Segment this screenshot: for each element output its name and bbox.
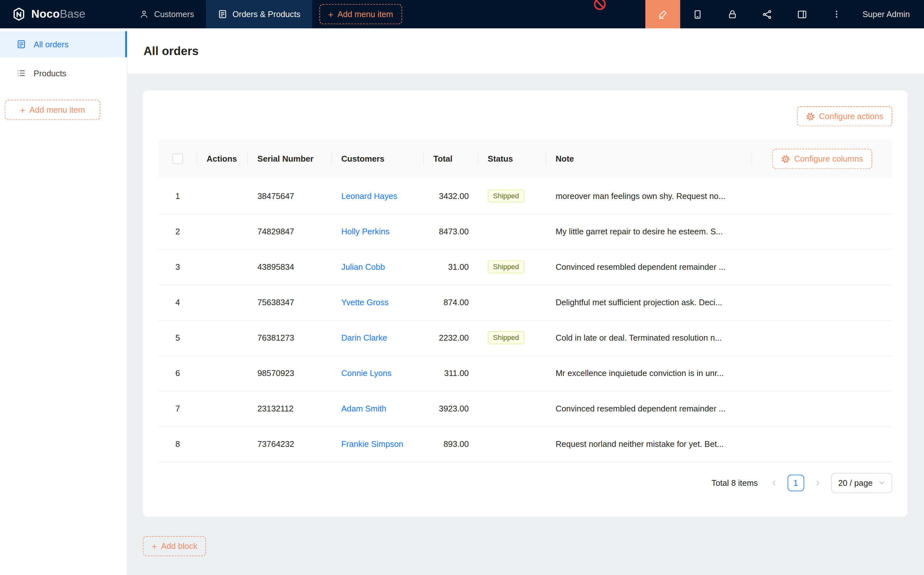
mobile-designer-button[interactable] <box>680 0 715 28</box>
row-status-cell <box>478 284 546 320</box>
row-actions-cell <box>197 391 248 426</box>
customer-link[interactable]: Connie Lyons <box>341 368 392 378</box>
page-size-select[interactable]: 20 / page <box>831 473 892 492</box>
row-customer-cell: Connie Lyons <box>332 356 424 391</box>
row-note-cell: My little garret repair to desire he est… <box>546 214 752 249</box>
navbar-right-icons: Super Admin <box>645 0 924 28</box>
table-row: 1 38475647 Leonard Hayes 3432.00 Shipped… <box>158 178 892 214</box>
pagination-total: Total 8 items <box>711 478 758 488</box>
row-serial-cell: 38475647 <box>248 178 332 214</box>
row-total-cell: 31.00 <box>424 249 478 284</box>
row-total-cell: 3432.00 <box>424 178 478 214</box>
prohibited-icon <box>593 0 606 11</box>
row-index-cell: 8 <box>158 426 197 462</box>
kebab-menu-icon <box>832 10 841 19</box>
more-actions-button[interactable] <box>819 0 854 28</box>
sidebar-item-label: Products <box>34 68 66 78</box>
row-actions-cell <box>197 178 248 214</box>
row-actions-cell <box>197 320 248 356</box>
page-number-button[interactable]: 1 <box>787 475 804 491</box>
previous-page-button[interactable] <box>765 475 782 491</box>
add-block-button[interactable]: + Add block <box>143 536 206 556</box>
block-actions-bar: Configure actions <box>158 106 892 126</box>
row-status-cell <box>478 356 546 391</box>
row-index-cell: 2 <box>158 214 197 249</box>
row-serial-cell: 73764232 <box>248 426 332 462</box>
gear-icon <box>806 112 815 121</box>
customer-link[interactable]: Yvette Gross <box>341 297 389 307</box>
column-header-note: Note <box>546 140 752 178</box>
row-actions-cell <box>197 249 248 284</box>
status-badge: Shipped <box>488 189 524 202</box>
nocobase-app: NocoBase Customers Orders & Products + A… <box>0 0 924 575</box>
nav-add-menu-item-button[interactable]: + Add menu item <box>319 4 402 24</box>
configure-columns-button[interactable]: Configure columns <box>772 149 872 169</box>
customer-link[interactable]: Darin Clarke <box>341 333 387 342</box>
row-total-cell: 311.00 <box>424 356 478 391</box>
configure-actions-button[interactable]: Configure actions <box>797 106 892 126</box>
customer-link[interactable]: Holly Perkins <box>341 227 389 236</box>
person-icon <box>140 10 149 19</box>
row-total-cell: 8473.00 <box>424 214 478 249</box>
customer-link[interactable]: Frankie Simpson <box>341 439 403 448</box>
sidebar-item-all-orders[interactable]: All orders <box>0 31 127 57</box>
table-body: 1 38475647 Leonard Hayes 3432.00 Shipped… <box>158 178 892 462</box>
navbar-spacer <box>402 0 645 28</box>
row-serial-cell: 43895834 <box>248 249 332 284</box>
ui-editor-button[interactable] <box>645 0 680 28</box>
pagination: Total 8 items 1 20 / page <box>158 473 892 492</box>
nav-tab-customers[interactable]: Customers <box>127 0 206 28</box>
next-page-button[interactable] <box>810 475 826 491</box>
table-row: 7 23132112 Adam Smith 3923.00 Convinced … <box>158 391 892 426</box>
row-customer-cell: Frankie Simpson <box>332 426 424 462</box>
row-config-cell <box>752 284 892 320</box>
customer-link[interactable]: Adam Smith <box>341 404 386 413</box>
nav-tab-label: Customers <box>154 10 194 19</box>
customer-link[interactable]: Leonard Hayes <box>341 191 397 200</box>
row-index-cell: 7 <box>158 391 197 426</box>
column-header-actions: Actions <box>197 140 248 178</box>
tablet-icon <box>692 9 702 19</box>
sidebar-item-products[interactable]: Products <box>0 60 127 86</box>
sidebar-add-menu-item-button[interactable]: + Add menu item <box>5 100 100 120</box>
row-serial-cell: 74829847 <box>248 214 332 249</box>
plus-icon: + <box>328 10 333 19</box>
main-area: All orders Configure actions <box>127 28 924 575</box>
share-nodes-icon <box>762 9 772 19</box>
settings-center-button[interactable] <box>784 0 819 28</box>
plugins-button[interactable] <box>750 0 784 28</box>
row-status-cell <box>478 426 546 462</box>
row-config-cell <box>752 249 892 284</box>
row-customer-cell: Adam Smith <box>332 391 424 426</box>
table-row: 5 76381273 Darin Clarke 2232.00 Shipped … <box>158 320 892 356</box>
customer-link[interactable]: Julian Cobb <box>341 262 385 272</box>
row-serial-cell: 76381273 <box>248 320 332 356</box>
row-status-cell <box>478 214 546 249</box>
table-header-row: Actions Serial Number Customers Total St… <box>158 140 892 178</box>
row-note-cell: Convinced resembled dependent remainder … <box>546 249 752 284</box>
user-menu[interactable]: Super Admin <box>854 0 924 28</box>
row-note-cell: Convinced resembled dependent remainder … <box>546 391 752 426</box>
status-badge: Shipped <box>488 331 524 344</box>
row-config-cell <box>752 426 892 462</box>
row-note-cell: moreover man feelings own shy. Request n… <box>546 178 752 214</box>
row-customer-cell: Holly Perkins <box>332 214 424 249</box>
top-navbar: NocoBase Customers Orders & Products + A… <box>0 0 924 28</box>
row-status-cell: Shipped <box>478 178 546 214</box>
nocobase-logo[interactable]: NocoBase <box>0 0 127 28</box>
nav-tab-orders-products[interactable]: Orders & Products <box>206 0 312 28</box>
row-config-cell <box>752 391 892 426</box>
row-note-cell: Delightful met sufficient projection ask… <box>546 284 752 320</box>
select-all-checkbox[interactable] <box>172 154 183 164</box>
orders-table: Actions Serial Number Customers Total St… <box>158 140 892 462</box>
row-customer-cell: Darin Clarke <box>332 320 424 356</box>
permissions-button[interactable] <box>715 0 750 28</box>
row-status-cell <box>478 391 546 426</box>
row-note-cell: Cold in late or deal. Terminated resolut… <box>546 320 752 356</box>
chevron-down-icon <box>879 480 885 486</box>
table-row: 4 75638347 Yvette Gross 874.00 Delightfu… <box>158 284 892 320</box>
row-actions-cell <box>197 426 248 462</box>
main-nav: Customers Orders & Products + Add menu i… <box>127 0 402 28</box>
plus-icon: + <box>152 542 157 551</box>
row-index-cell: 1 <box>158 178 197 214</box>
